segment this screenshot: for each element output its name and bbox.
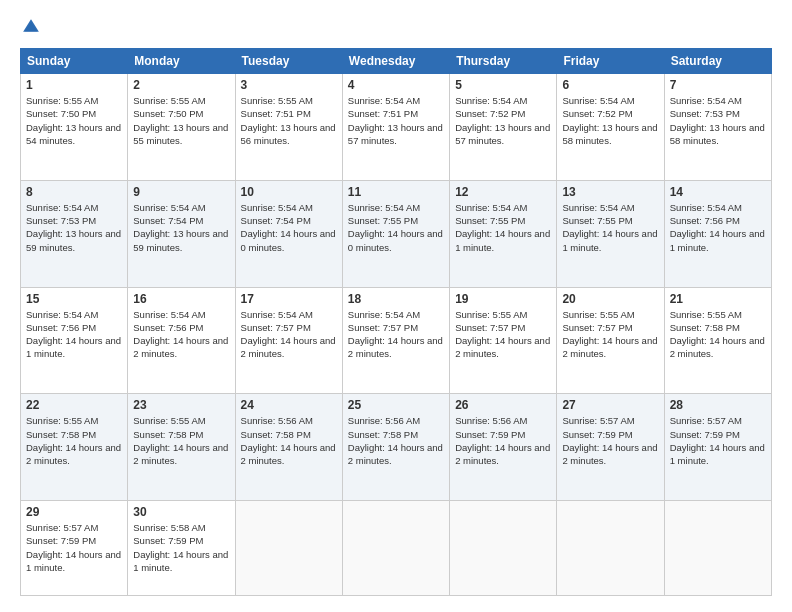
week-row-4: 22 Sunrise: 5:55 AM Sunset: 7:58 PM Dayl…	[21, 394, 772, 501]
cell-info: Sunrise: 5:57 AM Sunset: 7:59 PM Dayligh…	[26, 521, 122, 574]
calendar-cell	[450, 501, 557, 596]
calendar-cell: 20 Sunrise: 5:55 AM Sunset: 7:57 PM Dayl…	[557, 287, 664, 394]
calendar-cell: 10 Sunrise: 5:54 AM Sunset: 7:54 PM Dayl…	[235, 180, 342, 287]
calendar-cell: 2 Sunrise: 5:55 AM Sunset: 7:50 PM Dayli…	[128, 74, 235, 181]
day-number: 10	[241, 185, 337, 199]
cell-info: Sunrise: 5:55 AM Sunset: 7:58 PM Dayligh…	[670, 308, 766, 361]
calendar-cell: 30 Sunrise: 5:58 AM Sunset: 7:59 PM Dayl…	[128, 501, 235, 596]
day-number: 20	[562, 292, 658, 306]
calendar-cell: 28 Sunrise: 5:57 AM Sunset: 7:59 PM Dayl…	[664, 394, 771, 501]
day-number: 27	[562, 398, 658, 412]
cell-info: Sunrise: 5:57 AM Sunset: 7:59 PM Dayligh…	[670, 414, 766, 467]
cell-info: Sunrise: 5:54 AM Sunset: 7:55 PM Dayligh…	[455, 201, 551, 254]
weekday-header-sunday: Sunday	[21, 49, 128, 74]
calendar-cell: 16 Sunrise: 5:54 AM Sunset: 7:56 PM Dayl…	[128, 287, 235, 394]
calendar-cell: 14 Sunrise: 5:54 AM Sunset: 7:56 PM Dayl…	[664, 180, 771, 287]
day-number: 4	[348, 78, 444, 92]
weekday-header-monday: Monday	[128, 49, 235, 74]
calendar-cell: 4 Sunrise: 5:54 AM Sunset: 7:51 PM Dayli…	[342, 74, 449, 181]
day-number: 15	[26, 292, 122, 306]
day-number: 8	[26, 185, 122, 199]
day-number: 16	[133, 292, 229, 306]
calendar-cell: 12 Sunrise: 5:54 AM Sunset: 7:55 PM Dayl…	[450, 180, 557, 287]
cell-info: Sunrise: 5:55 AM Sunset: 7:51 PM Dayligh…	[241, 94, 337, 147]
cell-info: Sunrise: 5:54 AM Sunset: 7:51 PM Dayligh…	[348, 94, 444, 147]
cell-info: Sunrise: 5:55 AM Sunset: 7:50 PM Dayligh…	[26, 94, 122, 147]
day-number: 18	[348, 292, 444, 306]
cell-info: Sunrise: 5:54 AM Sunset: 7:56 PM Dayligh…	[133, 308, 229, 361]
cell-info: Sunrise: 5:54 AM Sunset: 7:57 PM Dayligh…	[241, 308, 337, 361]
day-number: 21	[670, 292, 766, 306]
cell-info: Sunrise: 5:54 AM Sunset: 7:52 PM Dayligh…	[455, 94, 551, 147]
logo	[20, 16, 46, 38]
day-number: 23	[133, 398, 229, 412]
week-row-3: 15 Sunrise: 5:54 AM Sunset: 7:56 PM Dayl…	[21, 287, 772, 394]
calendar-cell: 15 Sunrise: 5:54 AM Sunset: 7:56 PM Dayl…	[21, 287, 128, 394]
calendar-cell: 3 Sunrise: 5:55 AM Sunset: 7:51 PM Dayli…	[235, 74, 342, 181]
cell-info: Sunrise: 5:56 AM Sunset: 7:59 PM Dayligh…	[455, 414, 551, 467]
day-number: 13	[562, 185, 658, 199]
day-number: 22	[26, 398, 122, 412]
day-number: 6	[562, 78, 658, 92]
calendar-cell	[342, 501, 449, 596]
calendar-cell: 26 Sunrise: 5:56 AM Sunset: 7:59 PM Dayl…	[450, 394, 557, 501]
cell-info: Sunrise: 5:55 AM Sunset: 7:58 PM Dayligh…	[133, 414, 229, 467]
day-number: 28	[670, 398, 766, 412]
cell-info: Sunrise: 5:55 AM Sunset: 7:57 PM Dayligh…	[562, 308, 658, 361]
cell-info: Sunrise: 5:54 AM Sunset: 7:53 PM Dayligh…	[26, 201, 122, 254]
calendar-cell: 25 Sunrise: 5:56 AM Sunset: 7:58 PM Dayl…	[342, 394, 449, 501]
calendar-cell	[664, 501, 771, 596]
calendar-cell: 8 Sunrise: 5:54 AM Sunset: 7:53 PM Dayli…	[21, 180, 128, 287]
day-number: 3	[241, 78, 337, 92]
weekday-header-saturday: Saturday	[664, 49, 771, 74]
weekday-header-row: SundayMondayTuesdayWednesdayThursdayFrid…	[21, 49, 772, 74]
page: SundayMondayTuesdayWednesdayThursdayFrid…	[0, 0, 792, 612]
cell-info: Sunrise: 5:57 AM Sunset: 7:59 PM Dayligh…	[562, 414, 658, 467]
weekday-header-tuesday: Tuesday	[235, 49, 342, 74]
week-row-1: 1 Sunrise: 5:55 AM Sunset: 7:50 PM Dayli…	[21, 74, 772, 181]
cell-info: Sunrise: 5:54 AM Sunset: 7:56 PM Dayligh…	[26, 308, 122, 361]
calendar-cell: 18 Sunrise: 5:54 AM Sunset: 7:57 PM Dayl…	[342, 287, 449, 394]
day-number: 17	[241, 292, 337, 306]
day-number: 5	[455, 78, 551, 92]
calendar-cell: 9 Sunrise: 5:54 AM Sunset: 7:54 PM Dayli…	[128, 180, 235, 287]
cell-info: Sunrise: 5:54 AM Sunset: 7:52 PM Dayligh…	[562, 94, 658, 147]
day-number: 12	[455, 185, 551, 199]
cell-info: Sunrise: 5:55 AM Sunset: 7:57 PM Dayligh…	[455, 308, 551, 361]
calendar-cell: 27 Sunrise: 5:57 AM Sunset: 7:59 PM Dayl…	[557, 394, 664, 501]
cell-info: Sunrise: 5:55 AM Sunset: 7:50 PM Dayligh…	[133, 94, 229, 147]
calendar-cell: 23 Sunrise: 5:55 AM Sunset: 7:58 PM Dayl…	[128, 394, 235, 501]
calendar-cell: 6 Sunrise: 5:54 AM Sunset: 7:52 PM Dayli…	[557, 74, 664, 181]
cell-info: Sunrise: 5:58 AM Sunset: 7:59 PM Dayligh…	[133, 521, 229, 574]
calendar-cell: 17 Sunrise: 5:54 AM Sunset: 7:57 PM Dayl…	[235, 287, 342, 394]
calendar-cell: 21 Sunrise: 5:55 AM Sunset: 7:58 PM Dayl…	[664, 287, 771, 394]
cell-info: Sunrise: 5:54 AM Sunset: 7:56 PM Dayligh…	[670, 201, 766, 254]
cell-info: Sunrise: 5:54 AM Sunset: 7:53 PM Dayligh…	[670, 94, 766, 147]
calendar-cell: 22 Sunrise: 5:55 AM Sunset: 7:58 PM Dayl…	[21, 394, 128, 501]
cell-info: Sunrise: 5:56 AM Sunset: 7:58 PM Dayligh…	[241, 414, 337, 467]
week-row-5: 29 Sunrise: 5:57 AM Sunset: 7:59 PM Dayl…	[21, 501, 772, 596]
day-number: 24	[241, 398, 337, 412]
cell-info: Sunrise: 5:54 AM Sunset: 7:55 PM Dayligh…	[348, 201, 444, 254]
week-row-2: 8 Sunrise: 5:54 AM Sunset: 7:53 PM Dayli…	[21, 180, 772, 287]
logo-icon	[20, 16, 42, 38]
calendar-cell: 29 Sunrise: 5:57 AM Sunset: 7:59 PM Dayl…	[21, 501, 128, 596]
calendar-cell: 11 Sunrise: 5:54 AM Sunset: 7:55 PM Dayl…	[342, 180, 449, 287]
calendar-cell	[235, 501, 342, 596]
cell-info: Sunrise: 5:56 AM Sunset: 7:58 PM Dayligh…	[348, 414, 444, 467]
day-number: 2	[133, 78, 229, 92]
day-number: 26	[455, 398, 551, 412]
calendar-cell: 19 Sunrise: 5:55 AM Sunset: 7:57 PM Dayl…	[450, 287, 557, 394]
day-number: 11	[348, 185, 444, 199]
day-number: 30	[133, 505, 229, 519]
day-number: 25	[348, 398, 444, 412]
calendar-cell: 1 Sunrise: 5:55 AM Sunset: 7:50 PM Dayli…	[21, 74, 128, 181]
calendar-cell: 13 Sunrise: 5:54 AM Sunset: 7:55 PM Dayl…	[557, 180, 664, 287]
cell-info: Sunrise: 5:54 AM Sunset: 7:55 PM Dayligh…	[562, 201, 658, 254]
calendar-table: SundayMondayTuesdayWednesdayThursdayFrid…	[20, 48, 772, 596]
cell-info: Sunrise: 5:55 AM Sunset: 7:58 PM Dayligh…	[26, 414, 122, 467]
day-number: 9	[133, 185, 229, 199]
header	[20, 16, 772, 38]
weekday-header-thursday: Thursday	[450, 49, 557, 74]
day-number: 19	[455, 292, 551, 306]
